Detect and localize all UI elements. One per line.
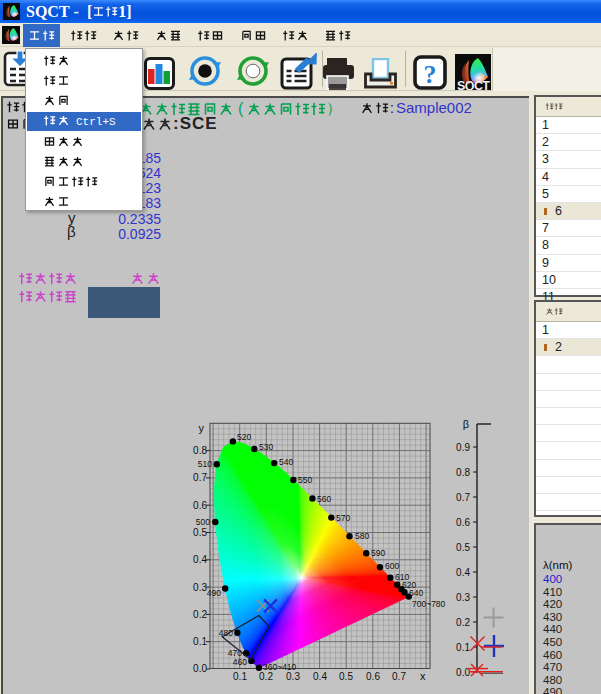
svg-text:0.1: 0.1 [233,671,247,682]
svg-text:x: x [420,670,426,682]
svg-text:0.7: 0.7 [193,472,207,483]
svg-text:590: 590 [371,548,385,558]
svg-text:0.5: 0.5 [456,542,470,553]
svg-text:0.5: 0.5 [193,527,207,538]
svg-text:570: 570 [336,513,350,523]
svg-text:0.5: 0.5 [339,671,353,682]
svg-text:0.3: 0.3 [193,582,207,593]
svg-text:0.4: 0.4 [193,554,207,565]
svg-text:0.6: 0.6 [193,500,207,511]
svg-text:y: y [199,422,205,434]
svg-text:0.1: 0.1 [193,636,207,647]
svg-text:0.9: 0.9 [456,442,470,453]
svg-text:0.4: 0.4 [456,567,470,578]
svg-text:510: 510 [198,459,212,469]
svg-text:500: 500 [196,517,210,527]
svg-text:0.8: 0.8 [456,467,470,478]
svg-text:0.2: 0.2 [259,671,273,682]
svg-text:0.8: 0.8 [193,445,207,456]
svg-text:0.2: 0.2 [456,617,470,628]
svg-text:460: 460 [233,657,247,667]
svg-text:0.7: 0.7 [392,671,406,682]
svg-text:600: 600 [385,561,399,571]
svg-text:530: 530 [259,442,273,452]
svg-text:0.3: 0.3 [286,671,300,682]
svg-text:550: 550 [298,475,312,485]
svg-text:SQCT: SQCT [457,79,490,91]
svg-text:0.6: 0.6 [366,671,380,682]
svg-text:700~780: 700~780 [412,599,446,609]
svg-text:640: 640 [409,588,423,598]
svg-text:480: 480 [219,628,233,638]
svg-text:0.2: 0.2 [193,609,207,620]
svg-text:0.6: 0.6 [456,517,470,528]
svg-text:0.1: 0.1 [456,642,470,653]
svg-text:560: 560 [317,494,331,504]
svg-text:0.7: 0.7 [456,492,470,503]
svg-text:580: 580 [355,531,369,541]
svg-text:?: ? [424,60,437,89]
svg-text:β: β [463,418,469,430]
svg-text:0.4: 0.4 [313,671,327,682]
svg-text:0.0: 0.0 [193,663,207,674]
svg-text:490: 490 [207,588,221,598]
svg-text:0.3: 0.3 [456,592,470,603]
svg-text:520: 520 [237,432,251,442]
svg-text:540: 540 [279,457,293,467]
